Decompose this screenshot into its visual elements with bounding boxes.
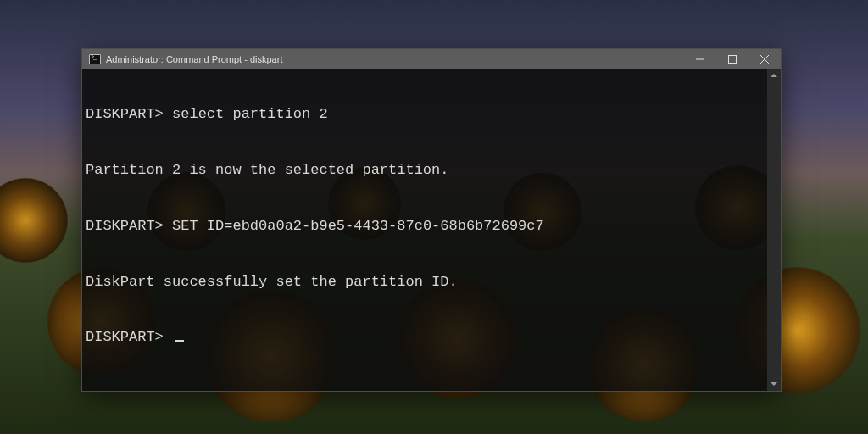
minimize-button[interactable] [684,49,716,69]
scroll-down-button[interactable] [767,377,781,391]
close-button[interactable] [748,49,781,69]
cursor [175,340,184,342]
command-text: SET ID=ebd0a0a2-b9e5-4433-87c0-68b6b7269… [172,218,544,234]
svg-rect-0 [729,55,737,63]
command-text: select partition 2 [172,106,328,122]
output-text: Partition 2 is now the selected partitio… [86,162,448,178]
maximize-icon [728,55,737,64]
output-text: DiskPart successfully set the partition … [86,274,458,290]
prompt: DISKPART> [86,218,164,234]
vertical-scrollbar[interactable] [767,69,781,391]
scroll-up-button[interactable] [767,69,781,82]
chevron-up-icon [771,72,777,79]
close-icon [760,55,769,64]
titlebar[interactable]: Administrator: Command Prompt - diskpart [82,49,781,69]
prompt: DISKPART> [86,106,164,122]
desktop-wallpaper: Administrator: Command Prompt - diskpart… [0,0,868,434]
prompt: DISKPART> [86,329,164,345]
maximize-button[interactable] [716,49,748,69]
chevron-down-icon [771,381,777,387]
minimize-icon [696,55,704,64]
terminal-output[interactable]: DISKPART> select partition 2 Partition 2… [82,69,767,391]
command-prompt-window: Administrator: Command Prompt - diskpart… [81,48,782,392]
window-title: Administrator: Command Prompt - diskpart [106,54,684,64]
cmd-icon [89,54,101,64]
